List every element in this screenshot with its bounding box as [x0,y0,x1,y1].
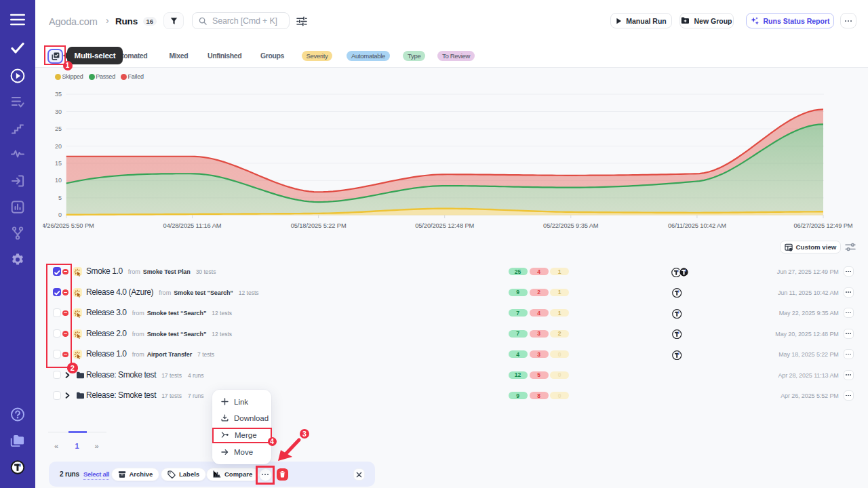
svg-text:06/27/2025 12:49 PM: 06/27/2025 12:49 PM [793,222,852,229]
svg-text:10: 10 [55,177,62,184]
svg-text:04/26/2025 5:50 PM: 04/26/2025 5:50 PM [43,222,94,229]
svg-text:0: 0 [58,211,62,218]
svg-text:25: 25 [55,125,62,132]
svg-text:35: 35 [55,91,62,98]
svg-text:06/11/2025 10:42 AM: 06/11/2025 10:42 AM [668,222,726,229]
svg-text:05/22/2025 9:35 AM: 05/22/2025 9:35 AM [543,222,598,229]
svg-text:05/18/2025 5:22 PM: 05/18/2025 5:22 PM [291,222,347,229]
svg-text:20: 20 [55,143,62,150]
svg-text:30: 30 [55,108,62,115]
svg-text:15: 15 [55,160,62,167]
svg-text:5: 5 [58,195,62,201]
svg-text:05/20/2025 12:48 PM: 05/20/2025 12:48 PM [415,222,474,229]
svg-text:04/28/2025 11:16 AM: 04/28/2025 11:16 AM [163,222,222,229]
